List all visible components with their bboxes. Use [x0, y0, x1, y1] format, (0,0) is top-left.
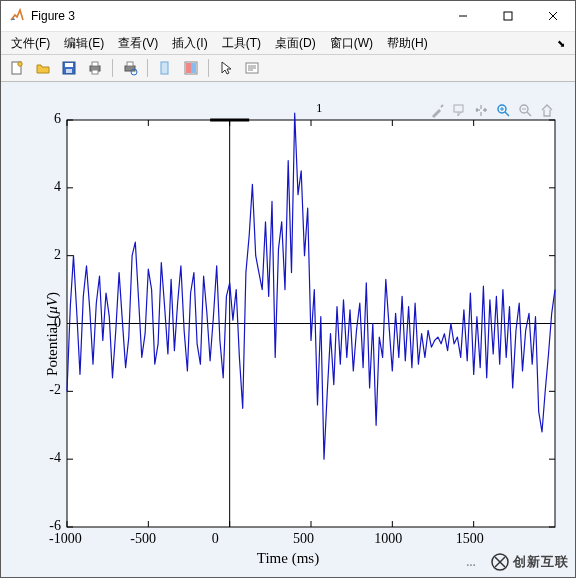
- x-tick: 500: [293, 531, 314, 547]
- x-tick: -500: [130, 531, 156, 547]
- new-file-icon[interactable]: [5, 56, 29, 80]
- svg-rect-1: [504, 12, 512, 20]
- svg-rect-13: [127, 62, 133, 66]
- window-title: Figure 3: [31, 9, 440, 23]
- link-axes-icon[interactable]: [153, 56, 177, 80]
- y-tick: 0: [54, 315, 61, 331]
- x-tick: 1000: [374, 531, 402, 547]
- save-icon[interactable]: [57, 56, 81, 80]
- x-tick: 1500: [456, 531, 484, 547]
- maximize-button[interactable]: [485, 1, 530, 31]
- pointer-icon[interactable]: [214, 56, 238, 80]
- print-preview-icon[interactable]: [118, 56, 142, 80]
- menu-insert[interactable]: 插入(I): [166, 33, 213, 54]
- menu-desktop[interactable]: 桌面(D): [269, 33, 322, 54]
- x-tick: 0: [212, 531, 219, 547]
- print-icon[interactable]: [83, 56, 107, 80]
- menu-file[interactable]: 文件(F): [5, 33, 56, 54]
- svg-rect-17: [186, 63, 191, 73]
- minimize-button[interactable]: [440, 1, 485, 31]
- svg-rect-10: [92, 62, 98, 66]
- y-tick: -6: [49, 518, 61, 534]
- svg-point-5: [18, 62, 22, 66]
- toolbar-separator: [208, 59, 209, 77]
- y-tick: 4: [54, 179, 61, 195]
- insert-text-icon[interactable]: [240, 56, 264, 80]
- watermark: … 创新互联: [466, 553, 569, 571]
- svg-rect-11: [92, 70, 98, 74]
- svg-rect-15: [161, 62, 168, 74]
- menu-help[interactable]: 帮助(H): [381, 33, 434, 54]
- toolbar-separator: [147, 59, 148, 77]
- menu-window[interactable]: 窗口(W): [324, 33, 379, 54]
- svg-rect-12: [125, 66, 135, 71]
- open-folder-icon[interactable]: [31, 56, 55, 80]
- menubar: 文件(F) 编辑(E) 查看(V) 插入(I) 工具(T) 桌面(D) 窗口(W…: [1, 32, 575, 55]
- y-tick: -4: [49, 450, 61, 466]
- matlab-icon: [9, 8, 25, 24]
- y-tick: 6: [54, 111, 61, 127]
- svg-rect-7: [65, 63, 73, 67]
- y-tick: 2: [54, 247, 61, 263]
- y-tick: -2: [49, 382, 61, 398]
- watermark-text: 创新互联: [513, 553, 569, 571]
- logo-icon: [491, 553, 509, 571]
- plot-stage[interactable]: 1 Potential (μV) Time (ms) -1000-5000500…: [9, 98, 567, 569]
- close-button[interactable]: [530, 1, 575, 31]
- toolbar: [1, 55, 575, 82]
- toolbar-separator: [112, 59, 113, 77]
- wechat-icon: …: [466, 557, 477, 568]
- axes[interactable]: [9, 98, 567, 569]
- menu-edit[interactable]: 编辑(E): [58, 33, 110, 54]
- figure-area: 1 Potential (μV) Time (ms) -1000-5000500…: [1, 82, 575, 577]
- menu-view[interactable]: 查看(V): [112, 33, 164, 54]
- svg-rect-18: [191, 63, 196, 73]
- menu-overflow-icon[interactable]: ⬊: [551, 38, 571, 49]
- figure-window: Figure 3 文件(F) 编辑(E) 查看(V) 插入(I) 工具(T) 桌…: [0, 0, 576, 578]
- titlebar: Figure 3: [1, 1, 575, 32]
- menu-tools[interactable]: 工具(T): [216, 33, 267, 54]
- svg-rect-8: [66, 69, 72, 73]
- colorbar-icon[interactable]: [179, 56, 203, 80]
